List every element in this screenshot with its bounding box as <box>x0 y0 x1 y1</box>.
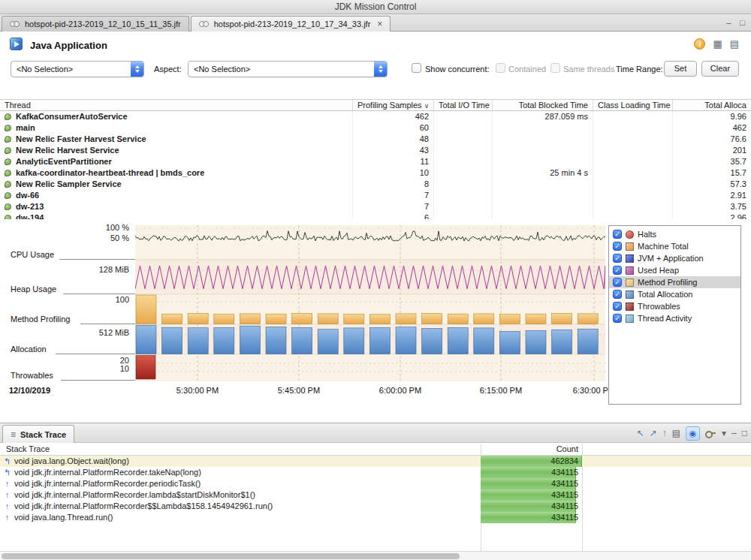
stack-trace-row[interactable]: ↑void jdk.jfr.internal.PlatformRecorder.… <box>0 478 751 489</box>
timeline-chart[interactable] <box>135 225 605 381</box>
legend-checkbox[interactable]: ✓ <box>613 302 622 311</box>
table-row[interactable]: main60462 <box>0 122 751 134</box>
thread-name: New Relic Faster Harvest Service <box>16 134 146 143</box>
navigate-frame-icon[interactable]: ↑ <box>662 426 667 441</box>
legend-label: JVM + Application <box>638 254 704 263</box>
thread-icon <box>5 147 11 154</box>
class-loading-time-cell <box>593 190 673 201</box>
report-edit-icon[interactable]: ▤ <box>730 38 739 50</box>
stack-trace-tab-label: Stack Trace <box>20 430 66 439</box>
total-io-time-cell <box>434 212 493 219</box>
legend-checkbox[interactable]: ✓ <box>613 242 622 251</box>
column-profiling-samples[interactable]: Profiling Samples ∨ <box>353 100 434 110</box>
stack-frame-text: void jdk.jfr.internal.PlatformRecorder.t… <box>14 467 201 478</box>
jfr-file-icon <box>10 20 20 28</box>
legend-item[interactable]: ✓Thread Activity <box>609 312 740 324</box>
total-io-time-cell <box>434 167 493 179</box>
table-row[interactable]: dw-6672.91 <box>0 190 751 201</box>
lane-axis-line <box>63 294 135 294</box>
count-cell: 434115 <box>481 489 582 501</box>
axis-tick-label: 100 % <box>69 223 129 232</box>
stack-trace-row[interactable]: ↑void java.lang.Thread.run()434115 <box>0 512 751 523</box>
time-axis-label: 6:00:00 PM <box>366 386 434 395</box>
legend-color-chip <box>626 315 634 323</box>
minimize-view-icon[interactable]: – <box>731 426 737 441</box>
stack-trace-row[interactable]: ↑void jdk.jfr.internal.PlatformRecorder$… <box>0 501 751 512</box>
set-button[interactable]: Set <box>664 61 697 77</box>
column-stack-trace[interactable]: Stack Trace <box>6 444 50 455</box>
table-row[interactable]: New Relic Sampler Service857.3 <box>0 179 751 190</box>
aspect-dropdown[interactable]: <No Selection> <box>188 61 388 77</box>
thread-root-toggle-icon[interactable]: ◉ <box>686 426 700 441</box>
legend-item[interactable]: ✓Machine Total <box>609 240 740 252</box>
tree-view-icon[interactable]: ▤ <box>672 426 680 441</box>
total-allocation-cell: 15.7 <box>673 167 751 179</box>
table-row[interactable]: AnalyticEventPartitioner1135.7 <box>0 156 751 167</box>
legend-checkbox[interactable]: ✓ <box>613 254 622 263</box>
legend-label: Throwables <box>638 302 680 311</box>
maximize-icon[interactable]: □ <box>740 17 745 29</box>
move-up-trace-icon[interactable]: ↖ <box>637 426 644 441</box>
profiling-samples-cell: 7 <box>353 190 434 201</box>
curved-arrow-icon: ↰ <box>3 456 11 467</box>
legend-item[interactable]: ✓Used Heap <box>609 264 740 276</box>
table-row[interactable]: New Relic Faster Harvest Service4876.6 <box>0 134 751 145</box>
legend-checkbox[interactable]: ✓ <box>613 314 622 323</box>
info-icon[interactable]: i <box>694 38 705 50</box>
legend-item[interactable]: ✓Method Profiling <box>609 276 740 288</box>
scrollbar-thumb[interactable] <box>2 553 460 559</box>
legend-label: Machine Total <box>638 242 689 251</box>
view-menu-icon[interactable]: ▾ <box>722 426 726 441</box>
column-total-blocked-time[interactable]: Total Blocked Time <box>493 100 593 110</box>
axis-tick-label: 10 <box>69 364 129 373</box>
table-row[interactable]: dw-21373.75 <box>0 201 751 212</box>
tab-recording-2[interactable]: hotspot-pid-213-2019_12_10_17_34_33.jfr … <box>191 16 391 32</box>
column-total-io-time[interactable]: Total I/O Time <box>434 100 493 110</box>
table-row[interactable]: New Relic Harvest Service43201 <box>0 145 751 156</box>
contained-checkbox <box>496 63 505 73</box>
legend-checkbox[interactable]: ✓ <box>613 290 622 299</box>
selection-dropdown[interactable]: <No Selection> <box>11 61 144 77</box>
stack-trace-row[interactable]: ↰void java.lang.Object.wait(long)462834 <box>0 456 751 467</box>
tab-recording-1[interactable]: hotspot-pid-213-2019_12_10_15_11_35.jfr <box>2 16 189 32</box>
show-concurrent-checkbox[interactable] <box>412 63 421 73</box>
table-row[interactable]: dw-19462.96 <box>0 212 751 219</box>
table-row[interactable]: KafkaConsumerAutoService462287.059 ms9.9… <box>0 111 751 122</box>
stack-frame-cell: ↑void jdk.jfr.internal.PlatformRecorder$… <box>0 501 481 512</box>
total-blocked-time-cell <box>493 212 593 219</box>
table-settings-icon[interactable]: ▦ <box>713 38 722 50</box>
column-count[interactable]: Count <box>481 444 582 455</box>
horizontal-scrollbar[interactable] <box>0 551 751 560</box>
minimize-icon[interactable]: – <box>726 17 731 29</box>
maximize-view-icon[interactable]: □ <box>742 426 747 441</box>
up-arrow-icon: ↑ <box>3 512 11 523</box>
timeline-chart-canvas[interactable] <box>135 225 605 381</box>
column-class-loading-time[interactable]: Class Loading Time <box>593 100 673 110</box>
legend-label: Total Allocation <box>638 290 692 299</box>
distinguish-frames-key-icon[interactable] <box>705 428 716 438</box>
legend-checkbox[interactable]: ✓ <box>613 230 622 239</box>
thread-cell: New Relic Harvest Service <box>0 145 353 156</box>
clear-button[interactable]: Clear <box>701 61 739 77</box>
column-thread[interactable]: Thread <box>0 100 353 110</box>
legend-item[interactable]: ✓Halts <box>609 228 740 240</box>
stack-trace-row[interactable]: ↰void jdk.jfr.internal.PlatformRecorder.… <box>0 467 751 478</box>
legend-checkbox[interactable]: ✓ <box>613 278 622 287</box>
legend-color-chip <box>626 242 634 251</box>
move-down-trace-icon[interactable]: ↗ <box>650 426 657 441</box>
table-row[interactable]: kafka-coordinator-heartbeat-thread | bmd… <box>0 167 751 179</box>
thread-cell: dw-213 <box>0 201 353 212</box>
thread-name: dw-194 <box>16 213 44 219</box>
stack-trace-row[interactable]: ↑void jdk.jfr.internal.PlatformRecorder.… <box>0 489 751 501</box>
thread-name: AnalyticEventPartitioner <box>16 157 112 166</box>
legend-item[interactable]: ✓Total Allocation <box>609 288 740 300</box>
thread-icon <box>5 192 11 199</box>
legend-checkbox[interactable]: ✓ <box>613 266 622 275</box>
legend-item[interactable]: ✓Throwables <box>609 300 740 312</box>
thread-icon <box>5 170 11 176</box>
legend-item[interactable]: ✓JVM + Application <box>609 252 740 264</box>
column-total-allocation[interactable]: Total Alloca <box>673 100 751 110</box>
tab-stack-trace[interactable]: ≡ Stack Trace <box>2 425 74 443</box>
tab-close-icon[interactable]: × <box>377 19 382 29</box>
profiling-samples-cell: 8 <box>353 179 434 190</box>
